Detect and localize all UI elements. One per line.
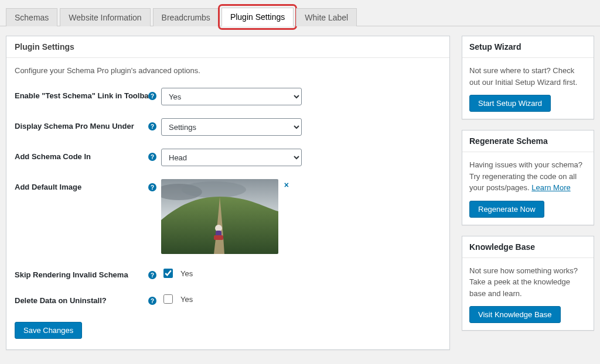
checkbox-skip-invalid[interactable] — [163, 269, 173, 278]
label-delete-on-uninstall: Delete Data on Uninstall? ? — [15, 293, 161, 305]
select-enable-test-schema[interactable]: Yes — [161, 88, 302, 105]
tab-schemas[interactable]: Schemas — [6, 8, 57, 26]
tab-website-information[interactable]: Website Information — [60, 8, 150, 26]
save-changes-button[interactable]: Save Changes — [15, 322, 82, 339]
label-add-code-in: Add Schema Code In ? — [15, 149, 161, 161]
panel-description: Configure your Schema Pro plugin's advan… — [15, 66, 441, 75]
card-regenerate-schema: Regenerate Schema Having issues with you… — [462, 130, 594, 225]
settings-panel: Plugin Settings Configure your Schema Pr… — [6, 36, 450, 350]
start-setup-wizard-button[interactable]: Start Setup Wizard — [469, 95, 551, 112]
visit-knowledge-base-button[interactable]: Visit Knowledge Base — [469, 306, 561, 323]
help-icon[interactable]: ? — [148, 183, 156, 191]
select-display-menu-under[interactable]: Settings — [161, 118, 302, 136]
regenerate-now-button[interactable]: Regenerate Now — [469, 201, 544, 218]
checkbox-label: Yes — [180, 295, 193, 304]
help-icon[interactable]: ? — [148, 271, 156, 279]
card-description: Having issues with your schema? Try rege… — [469, 159, 587, 194]
label-display-menu-under: Display Schema Pro Menu Under ? — [15, 118, 161, 131]
svg-point-2 — [182, 181, 246, 198]
card-knowledge-base: Knowledge Base Not sure how something wo… — [462, 236, 594, 331]
tab-breadcrumbs[interactable]: Breadcrumbs — [153, 8, 219, 26]
help-icon[interactable]: ? — [148, 92, 156, 100]
card-title: Knowledge Base — [462, 236, 594, 258]
select-add-code-in[interactable]: Head — [161, 149, 302, 166]
card-title: Setup Wizard — [462, 36, 594, 58]
checkbox-label: Yes — [180, 269, 193, 278]
label-enable-test-schema: Enable "Test Schema" Link in Toolbar ? — [15, 88, 161, 100]
card-setup-wizard: Setup Wizard Not sure where to start? Ch… — [462, 36, 594, 119]
card-description: Not sure how something works? Take a pee… — [469, 265, 587, 300]
label-skip-invalid: Skip Rendering Invalid Schema ? — [15, 267, 161, 279]
tab-plugin-settings[interactable]: Plugin Settings — [221, 8, 294, 26]
nav-tabs: Schemas Website Information Breadcrumbs … — [0, 0, 600, 26]
help-icon[interactable]: ? — [148, 122, 156, 131]
panel-title: Plugin Settings — [6, 36, 449, 58]
label-default-image: Add Default Image ? — [15, 179, 161, 191]
checkbox-delete-on-uninstall[interactable] — [163, 294, 173, 304]
svg-rect-5 — [214, 235, 223, 240]
learn-more-link[interactable]: Learn More — [531, 183, 570, 192]
help-icon[interactable]: ? — [148, 297, 156, 305]
default-image-preview[interactable] — [161, 179, 278, 254]
card-description: Not sure where to start? Check out our I… — [469, 65, 587, 88]
remove-image-icon[interactable]: × — [284, 180, 289, 190]
help-icon[interactable]: ? — [148, 153, 156, 161]
card-title: Regenerate Schema — [462, 131, 594, 152]
tab-white-label[interactable]: White Label — [296, 8, 357, 26]
